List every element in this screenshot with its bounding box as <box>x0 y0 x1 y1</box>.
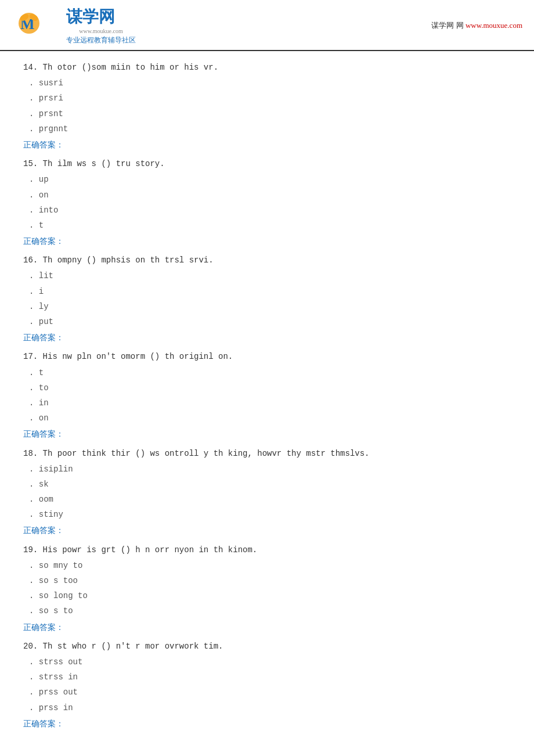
option-line: . ly <box>29 300 511 314</box>
option-line: . sk <box>29 477 511 492</box>
option-line: . prsri <box>29 91 511 106</box>
question-block: 17. His nw pln on't omorm () th originl … <box>23 350 511 441</box>
logo-main-text: 谋学网 <box>66 6 136 28</box>
option-line: . in <box>29 396 511 411</box>
option-line: . up <box>29 172 511 187</box>
question-text: 19. His powr is grt () h n orr nyon in t… <box>23 543 511 557</box>
question-block: 15. Th ilm ws s () tru story.. up. on. i… <box>23 157 511 249</box>
logo-icon: M <box>12 7 64 45</box>
logo-url: www.moukue.com <box>66 28 136 34</box>
option-line: . isiplin <box>29 462 511 477</box>
option-line: . on <box>29 188 511 203</box>
logo-text-area: 谋学网 www.moukue.com 专业远程教育辅导社区 <box>66 6 136 45</box>
option-line: . prss out <box>29 685 511 700</box>
option-line: . susri <box>29 76 511 91</box>
question-block: 20. Th st who r () n't r mor ovrwork tim… <box>23 639 511 731</box>
answer-label: 正确答案： <box>23 138 511 152</box>
option-line: . prsnt <box>29 107 511 121</box>
question-text: 16. Th ompny () mphsis on th trsl srvi. <box>23 253 511 268</box>
question-text: 17. His nw pln on't omorm () th originl … <box>23 350 511 364</box>
question-text: 18. Th poor think thir () ws ontroll y t… <box>23 447 511 461</box>
logo-slogan: 专业远程教育辅导社区 <box>66 35 136 45</box>
logo-area: M 谋学网 www.moukue.com 专业远程教育辅导社区 <box>12 6 136 45</box>
answer-label: 正确答案： <box>23 523 511 538</box>
question-text: 15. Th ilm ws s () tru story. <box>23 157 511 171</box>
answer-label: 正确答案： <box>23 717 511 731</box>
option-line: . so s to <box>29 604 511 618</box>
question-block: 19. His powr is grt () h n orr nyon in t… <box>23 543 511 635</box>
page-header: M 谋学网 www.moukue.com 专业远程教育辅导社区 谋学网 网 ww… <box>0 0 534 51</box>
option-line: . t <box>29 366 511 380</box>
option-line: . strss in <box>29 670 511 685</box>
content-area: 14. Th otor ()som miin to him or his vr.… <box>0 51 534 747</box>
site-link[interactable]: www.mouxue.com <box>466 21 522 30</box>
option-line: . so long to <box>29 589 511 603</box>
answer-label: 正确答案： <box>23 427 511 441</box>
option-line: . prgnnt <box>29 122 511 136</box>
option-line: . strss out <box>29 655 511 669</box>
question-block: 14. Th otor ()som miin to him or his vr.… <box>23 60 511 152</box>
site-ref-text: 谋学网 <box>431 21 454 30</box>
question-block: 18. Th poor think thir () ws ontroll y t… <box>23 447 511 538</box>
answer-label: 正确答案： <box>23 330 511 345</box>
option-line: . to <box>29 381 511 395</box>
option-line: . put <box>29 315 511 329</box>
question-text: 20. Th st who r () n't r mor ovrwork tim… <box>23 639 511 654</box>
option-line: . stiny <box>29 507 511 522</box>
option-line: . so mny to <box>29 559 511 573</box>
option-line: . i <box>29 285 511 299</box>
option-line: . into <box>29 203 511 218</box>
option-line: . oom <box>29 492 511 507</box>
answer-label: 正确答案： <box>23 620 511 635</box>
option-line: . prss in <box>29 701 511 715</box>
option-line: . on <box>29 411 511 426</box>
question-block: 16. Th ompny () mphsis on th trsl srvi..… <box>23 253 511 345</box>
option-line: . t <box>29 218 511 233</box>
option-line: . so s too <box>29 574 511 588</box>
option-line: . lit <box>29 269 511 283</box>
header-right: 谋学网 网 www.mouxue.com <box>431 20 522 31</box>
question-text: 14. Th otor ()som miin to him or his vr. <box>23 60 511 75</box>
answer-label: 正确答案： <box>23 234 511 249</box>
